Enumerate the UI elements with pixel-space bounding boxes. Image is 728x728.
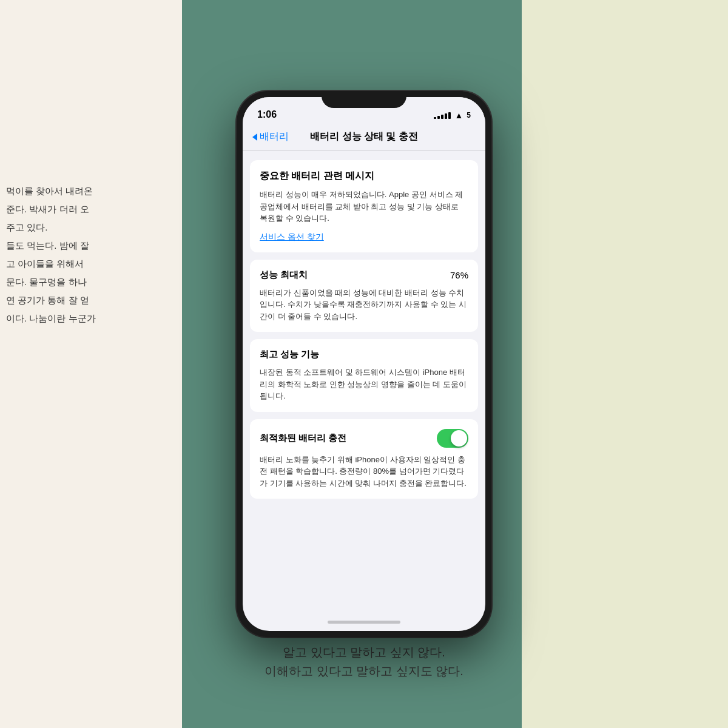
phone-wrapper: 1:06 ▲ 5 배터리 (237, 91, 491, 637)
peak-card: 최고 성능 기능 내장된 동적 소프트웨어 및 하드웨어 시스템이 iPhone… (250, 339, 478, 412)
nav-back-button[interactable]: 배터리 (252, 130, 289, 143)
nav-bar: 배터리 배터리 성능 상태 및 충전 (243, 124, 485, 150)
optimized-card: 최적화된 배터리 충전 배터리 노화를 늦추기 위해 iPhone이 사용자의 … (250, 419, 478, 499)
optimized-body: 배터리 노화를 늦추기 위해 iPhone이 사용자의 일상적인 충전 패턴을 … (260, 454, 468, 490)
performance-card: 성능 최대치 76% 배터리가 신품이었을 때의 성능에 대비한 배터리 성능 … (250, 260, 478, 332)
screen: 1:06 ▲ 5 배터리 (243, 97, 485, 631)
battery-number: 5 (467, 111, 471, 120)
chevron-left-icon (252, 133, 257, 141)
warning-card-body: 배터리 성능이 매우 저하되었습니다. Apple 공인 서비스 제공업체에서 … (260, 189, 468, 224)
service-options-link[interactable]: 서비스 옵션 찾기 (260, 232, 468, 243)
home-indicator (243, 613, 485, 631)
peak-title: 최고 성능 기능 (260, 349, 468, 360)
optimized-title: 최적화된 배터리 충전 (260, 433, 346, 444)
nav-title: 배터리 성능 상태 및 충전 (310, 130, 418, 143)
warning-card-title: 중요한 배터리 관련 메시지 (260, 170, 468, 183)
status-time: 1:06 (257, 109, 277, 120)
background-right (522, 0, 728, 728)
wifi-icon: ▲ (454, 110, 463, 120)
toggle-knob (451, 430, 467, 447)
signal-bars (434, 112, 451, 119)
performance-percent: 76% (450, 270, 468, 280)
notch (322, 91, 406, 108)
bg-text-bottom: 알고 있다고 말하고 싶지 않다. 이해하고 있다고 말하고 싶지도 않다. (30, 644, 698, 679)
scroll-content: 중요한 배터리 관련 메시지 배터리 성능이 매우 저하되었습니다. Apple… (243, 150, 485, 613)
peak-body: 내장된 동적 소프트웨어 및 하드웨어 시스템이 iPhone 배터리의 화학적… (260, 366, 468, 402)
home-bar (328, 621, 400, 624)
performance-body: 배터리가 신품이었을 때의 성능에 대비한 배터리 성능 수치입니다. 수치가 … (260, 287, 468, 323)
toggle-row: 최적화된 배터리 충전 (260, 429, 468, 448)
bg-text-left: 먹이를 찾아서 내려온 준다. 박새가 더러 오 주고 있다. 들도 먹는다. … (6, 182, 158, 328)
performance-title: 성능 최대치 (260, 269, 308, 281)
warning-card: 중요한 배터리 관련 메시지 배터리 성능이 매우 저하되었습니다. Apple… (250, 160, 478, 252)
status-icons: ▲ 5 (434, 110, 471, 120)
optimized-toggle[interactable] (437, 429, 468, 448)
background-left (0, 0, 182, 728)
nav-back-label: 배터리 (260, 130, 289, 143)
phone: 1:06 ▲ 5 배터리 (237, 91, 491, 637)
performance-row: 성능 최대치 76% (260, 269, 468, 281)
